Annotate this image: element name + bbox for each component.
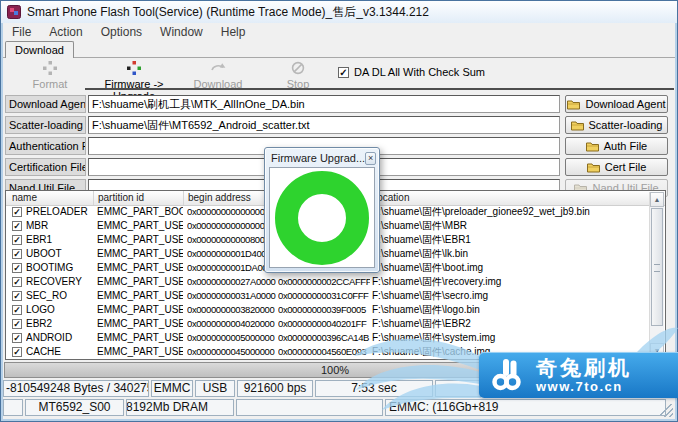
- cert-file-browse-button[interactable]: Cert File: [565, 158, 668, 176]
- menu-action[interactable]: Action: [40, 23, 91, 41]
- cell-end: 0x0000000002CCAFFF: [278, 275, 370, 289]
- stop-icon: [291, 61, 305, 75]
- download-agent-label: Download Agent: [5, 95, 86, 113]
- progress-percent: 100%: [321, 364, 349, 376]
- status-chip: MT6592_S00: [25, 399, 124, 416]
- menu-file[interactable]: File: [3, 23, 40, 41]
- dialog-title-bar[interactable]: Firmware Upgrad... ×: [265, 148, 379, 167]
- cell-location: F:\shuame\固件\system.img: [372, 331, 648, 345]
- download-agent-input[interactable]: [88, 95, 560, 113]
- cell-location: F:\shuame\固件\lk.bin: [372, 247, 648, 261]
- dialog-close-icon[interactable]: ×: [365, 152, 376, 165]
- table-row[interactable]: EBR2 EMMC_PART_USER 0x0000000004020000 0…: [6, 317, 650, 331]
- col-name[interactable]: name: [6, 191, 94, 205]
- cell-partition: EMMC_PART_USER: [97, 303, 183, 317]
- folder-icon: [571, 120, 584, 131]
- checksum-checkbox-checked-icon[interactable]: [338, 67, 349, 78]
- row-checkbox-checked-icon[interactable]: [12, 277, 22, 287]
- cell-location: F:\shuame\固件\recovery.img: [372, 275, 648, 289]
- table-row[interactable]: SEC_RO EMMC_PART_USER 0x00000000031A0000…: [6, 289, 650, 303]
- status-baud-rate: 921600 bps: [237, 380, 313, 397]
- menu-bar: File Action Options Window Help: [3, 23, 675, 41]
- cell-begin: 0x0000000003820000: [187, 303, 277, 317]
- download-icon: [210, 61, 226, 75]
- cell-name: UBOOT: [26, 247, 92, 261]
- menu-options[interactable]: Options: [92, 23, 151, 41]
- status-dram: 8192Mb DRAM: [126, 399, 234, 416]
- format-button[interactable]: Format: [15, 61, 85, 90]
- cell-partition: EMMC_PART_USER: [97, 261, 183, 275]
- status-port: USB: [195, 380, 235, 397]
- cell-partition: EMMC_PART_USER: [97, 289, 183, 303]
- row-checkbox-checked-icon[interactable]: [12, 305, 22, 315]
- watermark-badge: 奇兔刷机 www.7to.cn: [479, 352, 678, 398]
- cell-end: 0x000000004560E093: [278, 345, 370, 359]
- auth-file-browse-button[interactable]: Auth File: [565, 137, 668, 155]
- da-dl-checksum-option[interactable]: DA DL All With Check Sum: [338, 66, 485, 78]
- cell-location: F:\shuame\固件\MBR: [372, 219, 648, 233]
- row-checkbox-checked-icon[interactable]: [12, 207, 22, 217]
- cell-name: ANDROID: [26, 331, 92, 345]
- cell-begin: 0x0000000004020000: [187, 317, 277, 331]
- cell-partition: EMMC_PART_USER: [97, 247, 183, 261]
- cell-end: 0x00000000031C0FFF: [278, 289, 370, 303]
- row-checkbox-checked-icon[interactable]: [12, 249, 22, 259]
- status-empty-small-cell: [3, 399, 23, 416]
- download-agent-browse-button[interactable]: Download Agent: [565, 95, 668, 113]
- col-partition-id[interactable]: partition id: [94, 191, 184, 205]
- row-checkbox-checked-icon[interactable]: [12, 263, 22, 273]
- dialog-title: Firmware Upgrad...: [271, 152, 365, 164]
- cell-begin: 0x0000000005000000: [187, 331, 277, 345]
- cell-name: SEC_RO: [26, 289, 92, 303]
- cell-end: 0x00000000040201FF: [278, 317, 370, 331]
- status-empty-cell: [236, 399, 383, 416]
- row-checkbox-checked-icon[interactable]: [12, 291, 22, 301]
- scroll-up-icon[interactable]: ▲: [650, 192, 664, 207]
- format-icon: [43, 61, 57, 75]
- col-begin-address[interactable]: begin address: [184, 191, 276, 205]
- row-checkbox-checked-icon[interactable]: [12, 333, 22, 343]
- table-scrollbar[interactable]: ▲ ▼: [649, 192, 664, 358]
- auth-file-label: Authentication File: [5, 137, 86, 155]
- menu-window[interactable]: Window: [151, 23, 212, 41]
- title-bar[interactable]: Smart Phone Flash Tool(Service) (Runtime…: [1, 1, 677, 23]
- rabbit-logo-icon: [491, 359, 527, 391]
- download-button[interactable]: Download: [183, 61, 253, 90]
- browse-button-label: Scatter-loading: [589, 119, 663, 131]
- cell-partition: EMMC_PART_USER: [97, 275, 183, 289]
- status-storage-type: EMMC: [151, 380, 193, 397]
- cell-name: EBR2: [26, 317, 92, 331]
- table-row[interactable]: RECOVERY EMMC_PART_USER 0x00000000027A00…: [6, 275, 650, 289]
- browse-button-label: Auth File: [604, 140, 647, 152]
- window-title: Smart Phone Flash Tool(Service) (Runtime…: [27, 4, 429, 21]
- firmware-upgrade-dialog[interactable]: Firmware Upgrad... ×: [264, 147, 380, 273]
- scrollbar-thumb[interactable]: [651, 208, 663, 326]
- cell-partition: EMMC_PART_USER: [97, 331, 183, 345]
- table-row[interactable]: ANDROID EMMC_PART_USER 0x000000000500000…: [6, 331, 650, 345]
- menu-help[interactable]: Help: [212, 23, 255, 41]
- resize-grip-icon[interactable]: [660, 404, 673, 417]
- row-checkbox-checked-icon[interactable]: [12, 221, 22, 231]
- row-checkbox-checked-icon[interactable]: [12, 235, 22, 245]
- cell-end: 0x00000000396CA14B: [278, 331, 370, 345]
- progress-ring: [275, 171, 369, 265]
- checksum-label: DA DL All With Check Sum: [354, 66, 485, 78]
- scatter-browse-button[interactable]: Scatter-loading: [565, 116, 668, 134]
- cell-partition: EMMC_PART_USER: [97, 345, 183, 359]
- cell-location: F:\shuame\固件\EBR1: [372, 233, 648, 247]
- col-location[interactable]: location: [371, 191, 650, 205]
- dialog-body: [269, 167, 375, 268]
- row-checkbox-checked-icon[interactable]: [12, 347, 22, 357]
- tab-download[interactable]: Download: [5, 41, 74, 58]
- cert-file-label: Certification File: [5, 158, 86, 176]
- folder-icon: [567, 99, 580, 110]
- cell-location: F:\shuame\固件\logo.bin: [372, 303, 648, 317]
- cell-name: RECOVERY: [26, 275, 92, 289]
- table-row[interactable]: LOGO EMMC_PART_USER 0x0000000003820000 0…: [6, 303, 650, 317]
- status-emmc-size: EMMC: (116Gb+819: [385, 399, 666, 416]
- stop-button[interactable]: Stop: [263, 61, 333, 90]
- scatter-file-input[interactable]: [88, 116, 560, 134]
- browse-button-label: Download Agent: [585, 98, 665, 110]
- row-checkbox-checked-icon[interactable]: [12, 319, 22, 329]
- scatter-file-label: Scatter-loading File: [5, 116, 86, 134]
